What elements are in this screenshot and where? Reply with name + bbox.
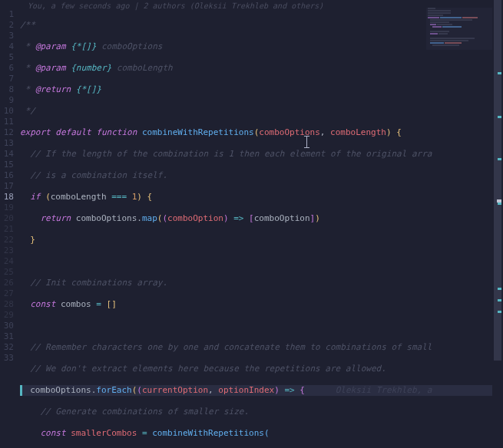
code-line [20,256,503,267]
code-line: * @param {number} comboLength [20,63,503,74]
code-line: } [20,235,503,245]
code-line: * @return {*[]} [20,84,503,95]
code-line: */ [20,106,503,117]
code-line: const combos = [] [20,299,503,310]
line-number-gutter[interactable]: 1 2 3 4 5 6 7 8 9 10 11 12 13 14 15 16 1… [0,9,20,448]
code-editor[interactable]: 1 2 3 4 5 6 7 8 9 10 11 12 13 14 15 16 1… [0,9,503,448]
scrollbar-thumb[interactable] [494,0,501,361]
minimap[interactable] [426,8,495,50]
code-line-active: comboOptions.forEach((currentOption, opt… [20,385,503,396]
active-line-indicator [20,385,22,396]
inline-git-blame: Oleksii Trekhleb, a [336,385,432,395]
text-caret [306,136,307,148]
vertical-scrollbar[interactable] [492,0,503,448]
code-line: // We don't extract elements here becaus… [20,364,503,374]
code-line: // If the length of the combination is 1… [20,149,503,160]
code-line: if (comboLength === 1) { [20,192,503,203]
code-line: // Generate combinations of smaller size… [20,407,503,417]
code-line: const smallerCombos = combineWithRepetit… [20,428,503,439]
code-content[interactable]: /** * @param {*[]} comboOptions * @param… [20,9,503,448]
code-line: // is a combination itself. [20,170,503,181]
code-line: export default function combineWithRepet… [20,127,503,138]
code-line [20,321,503,331]
code-line: return comboOptions.map((comboOption) =>… [20,213,503,224]
code-line: // Init combinations array. [20,278,503,288]
code-line: // Remember characters one by one and co… [20,342,503,353]
